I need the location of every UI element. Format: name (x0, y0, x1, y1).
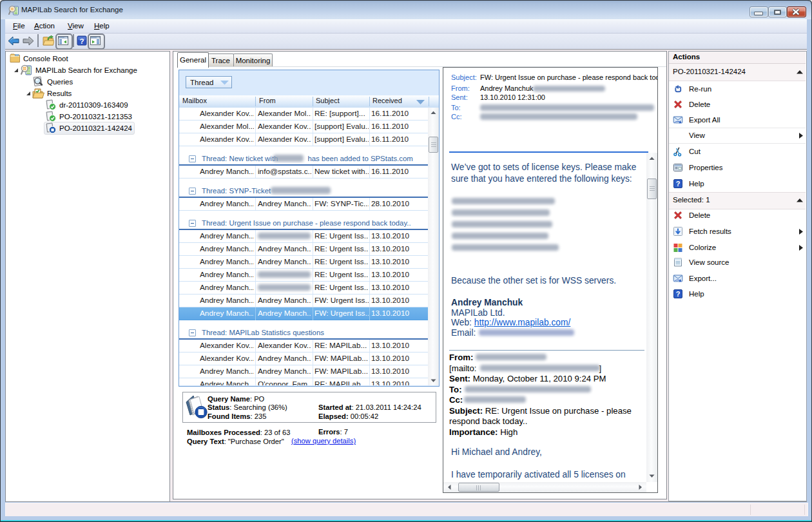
svg-text:?: ? (676, 180, 681, 188)
svg-text:?: ? (676, 290, 681, 298)
svg-text:?: ? (79, 37, 84, 45)
